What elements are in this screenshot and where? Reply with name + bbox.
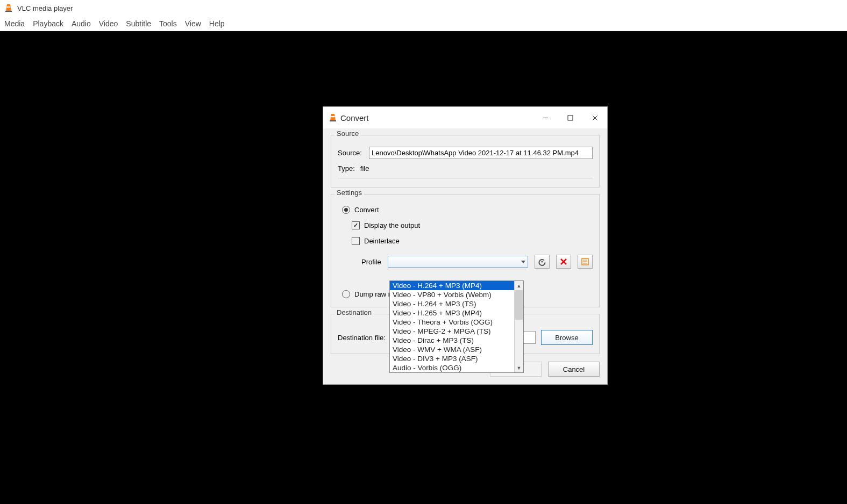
settings-group-label: Settings bbox=[334, 189, 364, 197]
destination-label: Destination file: bbox=[338, 334, 386, 342]
vlc-icon bbox=[329, 113, 337, 122]
dropdown-scrollbar[interactable]: ▲ ▼ bbox=[514, 281, 523, 372]
window-buttons bbox=[533, 107, 607, 128]
vlc-icon bbox=[4, 4, 13, 12]
dump-raw-radio[interactable] bbox=[342, 290, 350, 298]
main-window: VLC media player Media Playback Audio Vi… bbox=[0, 0, 847, 31]
scroll-thumb[interactable] bbox=[515, 290, 523, 320]
profile-dropdown: Video - H.264 + MP3 (MP4) Video - VP80 +… bbox=[389, 280, 524, 373]
dialog-titlebar: Convert bbox=[323, 107, 607, 128]
scroll-up-icon[interactable]: ▲ bbox=[515, 281, 523, 290]
deinterlace-label: Deinterlace bbox=[364, 237, 400, 245]
source-input[interactable] bbox=[369, 147, 593, 159]
profile-label: Profile bbox=[361, 258, 381, 266]
profile-option[interactable]: Video - VP80 + Vorbis (Webm) bbox=[390, 290, 514, 299]
svg-rect-1 bbox=[5, 11, 12, 12]
type-value: file bbox=[360, 164, 369, 172]
maximize-button[interactable] bbox=[558, 107, 582, 128]
profile-option[interactable]: Video - WMV + WMA (ASF) bbox=[390, 345, 514, 354]
menu-playback[interactable]: Playback bbox=[33, 19, 63, 28]
menu-media[interactable]: Media bbox=[4, 19, 25, 28]
minimize-button[interactable] bbox=[533, 107, 558, 128]
main-titlebar: VLC media player bbox=[0, 0, 847, 16]
source-group-label: Source bbox=[334, 129, 361, 138]
menu-view[interactable]: View bbox=[185, 19, 201, 28]
app-title: VLC media player bbox=[17, 4, 73, 12]
source-label: Source: bbox=[338, 149, 364, 157]
edit-profile-button[interactable] bbox=[535, 255, 550, 269]
menu-help[interactable]: Help bbox=[209, 19, 225, 28]
menu-tools[interactable]: Tools bbox=[159, 19, 177, 28]
cancel-button[interactable]: Cancel bbox=[548, 362, 600, 377]
profile-option[interactable]: Video - MPEG-2 + MPGA (TS) bbox=[390, 327, 514, 336]
destination-group-label: Destination bbox=[334, 308, 374, 316]
profile-option[interactable]: Video - H.264 + MP3 (MP4) bbox=[390, 281, 514, 290]
display-output-checkbox[interactable] bbox=[352, 221, 360, 229]
convert-radio[interactable] bbox=[342, 206, 350, 214]
menu-audio[interactable]: Audio bbox=[72, 19, 91, 28]
svg-rect-3 bbox=[330, 120, 336, 121]
deinterlace-checkbox[interactable] bbox=[352, 237, 360, 245]
profile-option[interactable]: Audio - Vorbis (OGG) bbox=[390, 363, 514, 372]
profile-option[interactable]: Video - Theora + Vorbis (OGG) bbox=[390, 318, 514, 327]
profile-select[interactable] bbox=[388, 256, 528, 268]
dropdown-items: Video - H.264 + MP3 (MP4) Video - VP80 +… bbox=[390, 281, 514, 372]
delete-profile-button[interactable] bbox=[556, 255, 571, 269]
scroll-down-icon[interactable]: ▼ bbox=[515, 363, 523, 372]
svg-rect-2 bbox=[331, 116, 335, 117]
menubar: Media Playback Audio Video Subtitle Tool… bbox=[0, 16, 847, 31]
profile-option[interactable]: Video - H.265 + MP3 (MP4) bbox=[390, 308, 514, 318]
source-group: Source Source: Type: file bbox=[331, 135, 600, 188]
menu-subtitle[interactable]: Subtitle bbox=[126, 19, 151, 28]
close-button[interactable] bbox=[582, 107, 607, 128]
profile-option[interactable]: Video - H.264 + MP3 (TS) bbox=[390, 299, 514, 308]
convert-label: Convert bbox=[354, 206, 379, 214]
display-output-label: Display the output bbox=[364, 221, 420, 229]
profile-option[interactable]: Video - Dirac + MP3 (TS) bbox=[390, 336, 514, 345]
browse-button[interactable]: Browse bbox=[541, 330, 593, 345]
type-label: Type: bbox=[338, 164, 355, 172]
svg-point-8 bbox=[541, 261, 543, 262]
svg-rect-5 bbox=[568, 116, 573, 120]
dialog-title: Convert bbox=[340, 113, 533, 123]
svg-rect-0 bbox=[7, 6, 11, 8]
new-profile-button[interactable] bbox=[578, 255, 593, 269]
profile-option[interactable]: Video - DIV3 + MP3 (ASF) bbox=[390, 354, 514, 363]
menu-video[interactable]: Video bbox=[99, 19, 118, 28]
